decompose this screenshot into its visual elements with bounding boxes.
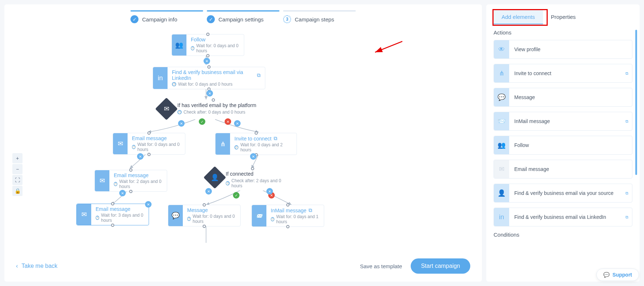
delete-connection-button[interactable]: ✕ bbox=[250, 153, 257, 160]
external-link-icon: ⧉ bbox=[625, 191, 632, 196]
delete-connection-button[interactable]: ✕ bbox=[205, 188, 212, 195]
fullscreen-button[interactable]: ⛶ bbox=[12, 175, 23, 185]
port-out[interactable] bbox=[129, 190, 133, 193]
step-label-2: Campaign settings bbox=[218, 16, 263, 23]
chat-icon: 💬 bbox=[168, 205, 183, 226]
clock-icon: 🕐 bbox=[132, 145, 136, 149]
inbox-icon: 📨 bbox=[252, 205, 266, 226]
port-in[interactable] bbox=[208, 65, 211, 69]
chevron-left-icon: ‹ bbox=[16, 263, 18, 269]
port-in[interactable] bbox=[206, 33, 210, 36]
take-me-back-link[interactable]: ‹ Take me back bbox=[16, 263, 57, 269]
support-button[interactable]: 💬 Support bbox=[596, 269, 639, 281]
external-link-icon: ⧉ bbox=[274, 135, 277, 142]
delete-connection-button[interactable]: ✕ bbox=[234, 120, 241, 127]
check-icon: ✓ bbox=[130, 15, 138, 23]
port-in[interactable] bbox=[203, 203, 206, 207]
node-email-message-2[interactable]: ✉ Email message 🕐Wait for: 2 days and 0 … bbox=[94, 170, 167, 192]
scrollbar[interactable] bbox=[635, 30, 637, 175]
external-link-icon: ⧉ bbox=[257, 72, 261, 78]
lock-button[interactable]: 🔒 bbox=[12, 186, 23, 196]
node-follow[interactable]: 👥 Follow 🕐Wait for: 0 days and 0 hours bbox=[172, 34, 244, 56]
delete-node-button[interactable]: ✕ bbox=[145, 201, 152, 208]
tab-add-elements[interactable]: Add elements bbox=[494, 10, 543, 24]
section-title-actions: Actions bbox=[494, 29, 632, 36]
action-message[interactable]: 💬 Message bbox=[494, 88, 632, 107]
clock-icon: 🕐 bbox=[96, 216, 99, 220]
clock-icon: 🕐 bbox=[172, 82, 176, 86]
zoom-out-button[interactable]: − bbox=[12, 164, 23, 174]
action-find-verify-linkedin[interactable]: in Find & verify business email via Link… bbox=[494, 208, 632, 226]
action-invite-to-connect[interactable]: ⋔ Invite to connect ⧉ bbox=[494, 64, 632, 83]
zoom-controls: + − ⛶ 🔒 bbox=[12, 153, 23, 196]
clock-icon: 🕐 bbox=[234, 145, 238, 150]
action-find-verify-source[interactable]: 👤 Find & verify business email via your … bbox=[494, 184, 632, 203]
footer: ‹ Take me back Save as template Start ca… bbox=[4, 250, 482, 282]
port-in[interactable] bbox=[111, 202, 114, 205]
port-in[interactable] bbox=[254, 131, 258, 135]
port-out[interactable] bbox=[203, 225, 206, 228]
delete-connection-button[interactable]: ✕ bbox=[266, 188, 273, 195]
port-in[interactable] bbox=[148, 131, 151, 135]
step-label-1: Campaign info bbox=[142, 16, 177, 23]
share-icon: ⋔ bbox=[494, 64, 509, 82]
action-follow[interactable]: 👥 Follow bbox=[494, 136, 632, 155]
envelope-icon: ✉ bbox=[95, 170, 109, 191]
node-email-message-3[interactable]: ✕ ✉ Email message 🕐Wait for: 3 days and … bbox=[76, 204, 149, 225]
zoom-in-button[interactable]: + bbox=[12, 153, 23, 163]
port-out[interactable] bbox=[206, 54, 210, 57]
node-invite-to-connect[interactable]: ⋔ Invite to connect⧉ 🕐Wait for: 0 days a… bbox=[215, 133, 297, 155]
clock-icon: 🕐 bbox=[271, 217, 274, 221]
inbox-icon: 📨 bbox=[494, 112, 509, 130]
action-email-message-disabled: ✉ Email message bbox=[494, 160, 632, 179]
port-in[interactable] bbox=[129, 168, 133, 172]
port-out[interactable] bbox=[111, 224, 114, 227]
clock-icon: 🕐 bbox=[191, 46, 194, 50]
action-inmail-message[interactable]: 📨 InMail message ⧉ bbox=[494, 112, 632, 131]
delete-connection-button[interactable]: ✕ bbox=[137, 153, 144, 160]
clock-icon: 🕐 bbox=[177, 110, 182, 114]
sidebar: Add elements Properties Actions 👁 View p… bbox=[486, 4, 640, 282]
wizard-steps: ✓ Campaign info ✓ Campaign settings 3 Ca… bbox=[4, 4, 482, 23]
port-in[interactable] bbox=[251, 167, 254, 170]
step-label-3: Campaign steps bbox=[295, 16, 334, 23]
port-in[interactable] bbox=[286, 203, 290, 207]
port-in[interactable] bbox=[212, 98, 215, 102]
envelope-icon: ✉ bbox=[113, 133, 128, 154]
sidebar-tabs: Add elements Properties bbox=[494, 10, 632, 24]
action-view-profile[interactable]: 👁 View profile bbox=[494, 40, 632, 59]
clock-icon: 🕐 bbox=[226, 181, 230, 185]
chat-bubble-icon: 💬 bbox=[603, 272, 609, 278]
yes-badge: ✓ bbox=[233, 192, 240, 199]
external-link-icon: ⧉ bbox=[625, 71, 632, 76]
node-inmail-message[interactable]: 📨 InMail message⧉ 🕐Wait for: 0 days and … bbox=[251, 205, 324, 227]
delete-connection-button[interactable]: ✕ bbox=[178, 120, 185, 127]
clock-icon: 🕐 bbox=[187, 217, 191, 221]
envelope-icon: ✉ bbox=[494, 160, 509, 178]
share-icon: ⋔ bbox=[216, 133, 230, 155]
external-link-icon: ⧉ bbox=[625, 215, 632, 220]
delete-connection-button[interactable]: ✕ bbox=[206, 90, 213, 97]
delete-connection-button[interactable]: ✕ bbox=[119, 190, 126, 196]
tab-properties[interactable]: Properties bbox=[543, 10, 584, 24]
external-link-icon: ⧉ bbox=[309, 207, 312, 213]
flowchart-canvas[interactable]: 👥 Follow 🕐Wait for: 0 days and 0 hours ✕… bbox=[4, 23, 482, 250]
node-email-message-1[interactable]: ✉ Email message 🕐Wait for: 0 days and 0 … bbox=[113, 133, 185, 155]
step-number-badge: 3 bbox=[283, 15, 291, 23]
node-message[interactable]: 💬 Message 🕐Wait for: 0 days and 0 hours bbox=[168, 205, 241, 226]
linkedin-icon: in bbox=[494, 208, 509, 226]
port-out[interactable] bbox=[286, 225, 290, 228]
eye-icon: 👁 bbox=[494, 40, 509, 58]
node-find-verify-linkedin[interactable]: in Find & verify business email via Link… bbox=[153, 67, 265, 89]
follow-icon: 👥 bbox=[494, 136, 509, 154]
clock-icon: 🕐 bbox=[114, 182, 117, 186]
start-campaign-button[interactable]: Start campaign bbox=[411, 258, 470, 274]
check-icon: ✓ bbox=[207, 15, 215, 23]
delete-connection-button[interactable]: ✕ bbox=[204, 58, 210, 64]
envelope-icon: ✉ bbox=[77, 204, 91, 225]
node-condition-if-connected[interactable]: 👤 If connected 🕐Check after: 2 days and … bbox=[213, 169, 291, 191]
port-out[interactable] bbox=[148, 153, 151, 156]
save-as-template-link[interactable]: Save as template bbox=[360, 263, 402, 269]
node-condition-verified-email[interactable]: ✉ If has verified email by the platform … bbox=[165, 100, 261, 117]
follow-icon: 👥 bbox=[172, 34, 186, 56]
